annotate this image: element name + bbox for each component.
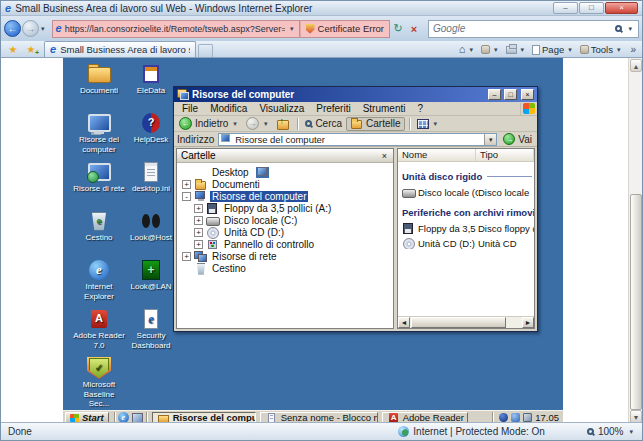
desktop-icon-cestino[interactable]: Cestino — [73, 210, 125, 259]
menu-help[interactable]: ? — [411, 103, 429, 114]
tree-item-risorse-del-computer[interactable]: -Risorse del computer — [177, 190, 393, 202]
explorer-titlebar[interactable]: Risorse del computer – □ × — [174, 87, 537, 102]
refresh-button[interactable]: ↻ — [390, 20, 406, 38]
favorites-center-button[interactable]: ★ — [4, 42, 22, 57]
expand-icon[interactable]: + — [182, 252, 191, 261]
scroll-left-icon[interactable]: ◄ — [398, 317, 410, 328]
file-row-disco-locale[interactable]: Disco locale (C:) Disco locale — [402, 187, 534, 198]
desktop-icon-look-host[interactable]: Look@Host — [125, 210, 177, 259]
horizontal-scrollbar[interactable]: ◄ ► — [398, 316, 534, 328]
expand-icon[interactable]: + — [194, 228, 203, 237]
search-box[interactable]: Google ▾ — [428, 20, 639, 38]
tray-icon-3[interactable] — [523, 413, 532, 422]
menu-modifica[interactable]: Modifica — [204, 103, 253, 114]
security-zone: Internet | Protected Mode: On — [398, 426, 545, 437]
explorer-address-input[interactable]: Risorse del computer ▾ — [218, 133, 497, 146]
back-button[interactable]: ← — [4, 20, 21, 37]
security-dashboard-icon — [139, 308, 163, 330]
column-header-nome[interactable]: Nome — [398, 149, 476, 161]
column-header-tipo[interactable]: Tipo — [476, 149, 534, 161]
zoom-dropdown-icon[interactable]: ▾ — [627, 428, 635, 436]
scrollbar-thumb[interactable] — [630, 194, 642, 410]
tab-favicon: e — [50, 44, 56, 55]
menu-file[interactable]: File — [176, 103, 204, 114]
vertical-scrollbar[interactable]: ▲ ▼ — [628, 58, 642, 424]
search-icon[interactable] — [615, 25, 622, 32]
tree-item-disco-locale[interactable]: +Disco locale (C:) — [177, 214, 393, 226]
forward-tool-button[interactable]: → ▾ — [243, 117, 273, 131]
menu-visualizza[interactable]: Visualizza — [253, 103, 310, 114]
folders-tool-button[interactable]: Cartelle — [346, 117, 404, 131]
add-favorite-button[interactable]: ★+ — [22, 42, 40, 57]
scrollbar-thumb[interactable] — [411, 317, 506, 328]
feeds-button[interactable]: ▾ — [478, 42, 503, 57]
desktop-icon-msbsa[interactable]: Microsoft Baseline Sec... — [73, 357, 125, 406]
explorer-maximize-button[interactable]: □ — [504, 89, 517, 100]
browser-title: Small Business Area di lavoro sul Web - … — [15, 3, 549, 14]
history-dropdown-icon[interactable]: ▾ — [39, 25, 47, 33]
desktop-icon-eledata[interactable]: EleData — [125, 63, 177, 112]
tree-item-cestino[interactable]: Cestino — [177, 262, 393, 274]
collapse-icon[interactable]: - — [182, 192, 191, 201]
desktop-icon-security-dashboard[interactable]: Security Dashboard — [125, 308, 177, 357]
menu-strumenti[interactable]: Strumenti — [357, 103, 412, 114]
explorer-minimize-button[interactable]: – — [488, 89, 501, 100]
desktop-icon-internet-explorer[interactable]: Internet Explorer — [73, 259, 125, 308]
tools-menu-button[interactable]: Tools▾ — [577, 42, 626, 57]
desktop-icon-risorse-di-rete[interactable]: Risorse di rete — [73, 161, 125, 210]
views-tool-button[interactable]: ▾ — [414, 117, 443, 131]
close-button[interactable]: × — [605, 2, 638, 14]
desktop-icon-look-lan[interactable]: Look@LAN — [125, 259, 177, 308]
expand-icon[interactable]: + — [194, 204, 203, 213]
home-button[interactable]: ⌂▾ — [456, 42, 478, 57]
forward-button[interactable]: → — [22, 20, 39, 37]
tray-icon-1[interactable] — [499, 413, 508, 422]
close-folders-icon[interactable]: × — [380, 151, 389, 161]
page-menu-button[interactable]: Page▾ — [529, 42, 577, 57]
new-tab-stub[interactable] — [198, 44, 213, 57]
search-input[interactable]: Google — [433, 23, 611, 34]
desktop-icon-risorse-del-computer[interactable]: Risorse del computer — [73, 112, 125, 161]
scroll-right-icon[interactable]: ► — [522, 317, 534, 328]
tree-item-floppy[interactable]: +Floppy da 3,5 pollici (A:) — [177, 202, 393, 214]
menu-preferiti[interactable]: Preferiti — [310, 103, 356, 114]
url-text[interactable]: https://lan.consorzioelite.it/Remote/tsw… — [65, 24, 285, 34]
zoom-control[interactable]: 100% ▾ — [587, 426, 635, 437]
desktop-icon-adobe-reader[interactable]: Adobe Reader 7.0 — [73, 308, 125, 357]
expand-icon[interactable]: + — [194, 216, 203, 225]
quick-launch-desktop-icon[interactable] — [132, 413, 143, 423]
file-row-floppy[interactable]: Floppy da 3,5 pol... Disco floppy da 3,5… — [402, 223, 534, 234]
folder-open-icon — [158, 413, 169, 423]
minimize-button[interactable]: – — [553, 2, 578, 14]
tab-active[interactable]: e Small Business Area di lavoro sul Web — [44, 41, 196, 57]
scroll-up-icon[interactable]: ▲ — [630, 59, 642, 72]
tree-item-desktop[interactable]: Desktop — [177, 166, 393, 178]
file-row-unita-cd[interactable]: Unità CD (D:) Unità CD — [402, 238, 534, 249]
address-bar[interactable]: e https://lan.consorzioelite.it/Remote/t… — [52, 20, 300, 38]
toolbar-overflow-chevron[interactable]: » — [625, 44, 639, 55]
tree-item-documenti[interactable]: +Documenti — [177, 178, 393, 190]
address-dropdown-icon[interactable]: ▾ — [484, 134, 496, 145]
expand-icon[interactable]: + — [182, 180, 191, 189]
search-tool-button[interactable]: Cerca — [302, 117, 345, 131]
expand-icon[interactable]: + — [194, 240, 203, 249]
desktop-icon-desktop-ini[interactable]: desktop.ini — [125, 161, 177, 210]
maximize-button[interactable]: □ — [579, 2, 604, 14]
search-dropdown-icon[interactable]: ▾ — [626, 25, 634, 33]
desktop-icon-helpdesk[interactable]: HelpDesk — [125, 112, 177, 161]
desktop-icon-documenti[interactable]: Documenti — [73, 63, 125, 112]
tree-item-pannello-di-controllo[interactable]: +Pannello di controllo — [177, 238, 393, 250]
up-tool-button[interactable] — [273, 117, 293, 131]
print-button[interactable]: ▾ — [503, 42, 530, 57]
tray-icon-2[interactable] — [511, 413, 520, 422]
certificate-error-badge[interactable]: Certificate Error — [300, 20, 391, 38]
stop-button[interactable]: × — [406, 20, 422, 38]
tree-item-risorse-di-rete[interactable]: +Risorse di rete — [177, 250, 393, 262]
go-button[interactable]: → Vai — [501, 133, 534, 145]
back-tool-button[interactable]: ← Indietro ▾ — [176, 117, 242, 131]
print-icon — [506, 46, 517, 54]
lan-scanner-icon — [139, 259, 163, 281]
address-dropdown-icon[interactable]: ▾ — [288, 25, 296, 33]
tree-item-unita-cd[interactable]: +Unità CD (D:) — [177, 226, 393, 238]
explorer-close-button[interactable]: × — [521, 89, 534, 100]
